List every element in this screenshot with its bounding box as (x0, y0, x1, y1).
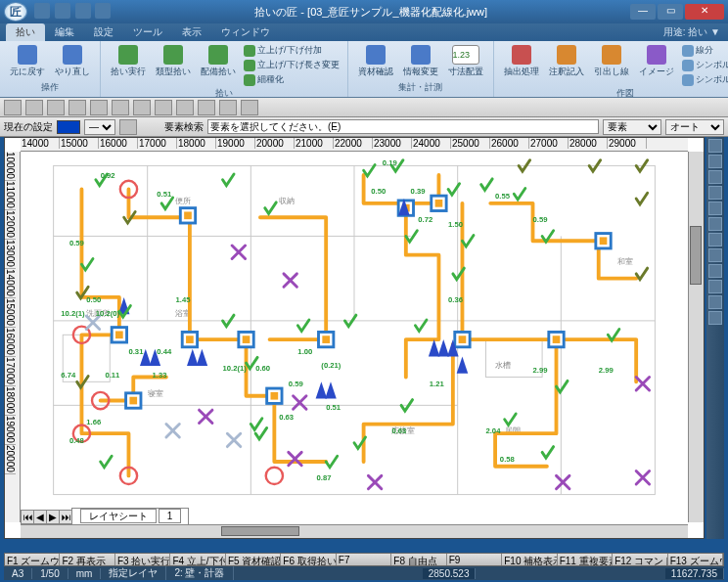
sheet-nav-first[interactable]: ⏮ (21, 510, 34, 524)
tool-icon[interactable] (47, 100, 65, 115)
sheet-tab[interactable]: レイヤシート 1 (71, 508, 189, 525)
ribbon-group-sakuzu: 抽出処理 注釈記入 引出し線 イメージ 線分 シンボル シンボル登録 作図 (494, 41, 728, 97)
sheet-nav-last[interactable]: ⏭ (59, 510, 72, 524)
fkey[interactable]: F11 重複要素検索 (558, 554, 613, 565)
tab-window[interactable]: ウィンドウ (211, 23, 280, 41)
qat-save-icon[interactable] (34, 3, 50, 19)
tab-tool[interactable]: ツール (123, 23, 172, 41)
side-tool-icon[interactable] (708, 280, 722, 293)
side-tool-icon[interactable] (708, 186, 722, 200)
tate1-button[interactable]: 立上げ/下げ付加 (242, 43, 341, 58)
horizontal-scrollbar[interactable] (21, 524, 688, 538)
redo-button[interactable]: やり直し (51, 43, 94, 80)
saihen-button[interactable]: 細種化 (242, 72, 341, 87)
tool-icon[interactable] (68, 100, 86, 115)
tool-icon[interactable] (25, 100, 43, 115)
svg-text:0.51: 0.51 (326, 403, 341, 412)
tool-icon[interactable] (198, 100, 215, 115)
app-menu-button[interactable]: 匠 (4, 2, 27, 22)
haichi-button[interactable]: 配備拾い (197, 43, 240, 80)
prompt-field[interactable] (207, 119, 599, 134)
tab-settei[interactable]: 設定 (84, 23, 123, 41)
tool-icon[interactable] (241, 100, 258, 115)
info-button[interactable]: 情報変更 (399, 43, 442, 80)
tool-icon[interactable] (155, 100, 172, 115)
status-unit: mm (68, 568, 102, 579)
tool-icon[interactable] (4, 100, 22, 115)
color-swatch[interactable] (57, 120, 80, 134)
status-x: 2850.523 (423, 568, 477, 579)
qat-undo-icon[interactable] (75, 3, 91, 19)
svg-marker-48 (429, 339, 440, 356)
tool-icon[interactable] (112, 100, 129, 115)
side-tool-icon[interactable] (708, 295, 722, 309)
right-sidebar (706, 137, 724, 539)
hirou-exec-button[interactable]: 拾い実行 (107, 43, 150, 80)
chushutsu-button[interactable]: 抽出処理 (500, 43, 543, 80)
senbun-button[interactable]: 線分 (680, 43, 728, 58)
fkey[interactable]: F3 拾い実行 (115, 554, 170, 565)
undo-button[interactable]: 元に戻す (6, 43, 49, 80)
doc-icon (366, 45, 386, 65)
drawing-canvas[interactable]: 便所 収納 洗面所 浴室 応接室 居間 和室 寝室 水槽 (21, 152, 688, 509)
side-tool-icon[interactable] (708, 311, 722, 325)
image-button[interactable]: イメージ (635, 43, 678, 80)
status-scale: 1/50 (32, 568, 68, 579)
tool-icon[interactable] (176, 100, 194, 115)
symreg-button[interactable]: シンボル登録 (680, 72, 728, 87)
room-label: 和室 (617, 257, 633, 266)
side-tool-icon[interactable] (708, 233, 722, 246)
side-tool-icon[interactable] (708, 201, 722, 215)
auto-select[interactable]: オート (665, 119, 724, 135)
tool-icon[interactable] (90, 100, 108, 115)
qat-open-icon[interactable] (55, 3, 70, 19)
svg-text:0.72: 0.72 (418, 215, 432, 224)
side-tool-icon[interactable] (708, 139, 722, 153)
pen-icon[interactable] (119, 119, 137, 135)
sheet-nav-prev[interactable]: ◀ (33, 510, 47, 524)
fkey[interactable]: F7 (337, 554, 391, 565)
side-tool-icon[interactable] (708, 264, 722, 278)
fkey[interactable]: F1 ズームウィンドウ (5, 554, 60, 565)
sheet-nav-next[interactable]: ▶ (46, 510, 60, 524)
chuuki-button[interactable]: 注釈記入 (545, 43, 588, 80)
checks (77, 160, 648, 468)
fkey[interactable]: F13 ズームウィンドウ (668, 554, 723, 565)
side-tool-icon[interactable] (708, 248, 722, 262)
svg-text:0.36: 0.36 (448, 295, 463, 304)
tool-icon[interactable] (133, 100, 151, 115)
ruikei-button[interactable]: 類型拾い (152, 43, 195, 80)
minimize-button[interactable]: — (630, 4, 656, 20)
vertical-scrollbar[interactable] (688, 152, 704, 522)
hikidashi-button[interactable]: 引出し線 (590, 43, 633, 80)
tool-icon[interactable] (219, 100, 237, 115)
tab-hirou[interactable]: 拾い (6, 23, 45, 41)
symbol-button[interactable]: シンボル (680, 58, 728, 72)
tab-edit[interactable]: 編集 (45, 23, 84, 41)
fkey[interactable]: F8 自由点 (391, 554, 446, 565)
fkey[interactable]: F2 再表示 (60, 554, 114, 565)
svg-rect-16 (129, 397, 137, 405)
tab-hyouji[interactable]: 表示 (172, 23, 211, 41)
fkey[interactable]: F12 コマンド再実行 (613, 554, 667, 565)
fkey[interactable]: F10 補格表示 (502, 554, 557, 565)
sunpo-button[interactable]: 1.23寸法配置 (444, 43, 487, 80)
tate2-button[interactable]: 立上げ/下げ長さ変更 (242, 58, 341, 72)
fkey[interactable]: F9 (447, 554, 502, 565)
youso-select[interactable]: 要素 (603, 119, 661, 135)
fkey[interactable]: F5 資材確認 (226, 554, 281, 565)
ruikei-icon (163, 45, 183, 65)
maximize-button[interactable]: ▭ (658, 4, 683, 20)
svg-marker-51 (457, 356, 469, 373)
side-tool-icon[interactable] (708, 217, 722, 231)
usage-selector[interactable]: 用途: 拾い ▼ (656, 23, 728, 41)
close-button[interactable]: ✕ (685, 4, 724, 20)
zairyo-button[interactable]: 資材確認 (354, 43, 397, 80)
side-tool-icon[interactable] (708, 170, 722, 184)
side-tool-icon[interactable] (708, 155, 722, 168)
style-select[interactable]: — (84, 119, 115, 135)
qat-redo-icon[interactable] (95, 3, 111, 19)
fkey[interactable]: F4 立上/下付加 (170, 554, 225, 565)
status-layer2: 2: 壁・計器 (166, 566, 233, 580)
fkey[interactable]: F6 取得拾い (281, 554, 336, 565)
